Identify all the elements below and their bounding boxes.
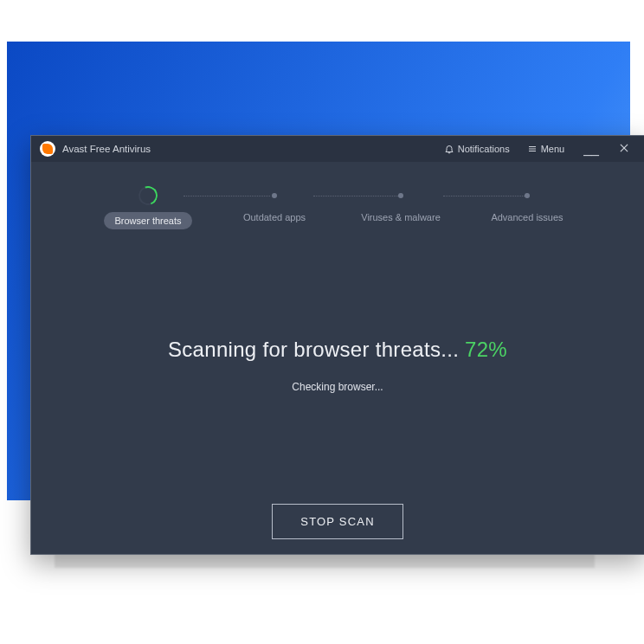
scan-substatus: Checking browser... (31, 381, 644, 393)
bell-icon (444, 144, 454, 154)
scan-headline: Scanning for browser threats... 72% (31, 338, 644, 362)
step-dot-icon (391, 186, 410, 205)
stop-scan-button[interactable]: STOP SCAN (272, 504, 402, 539)
app-title: Avast Free Antivirus (62, 144, 151, 154)
action-area: STOP SCAN (31, 504, 644, 539)
step-browser-threats: Browser threats (92, 186, 204, 229)
hamburger-icon (527, 144, 538, 154)
scan-status-area: Scanning for browser threats... 72% Chec… (31, 338, 644, 393)
step-label: Advanced issues (491, 212, 563, 222)
step-outdated-apps: Outdated apps (218, 186, 331, 222)
progress-stepper: Browser threats Outdated apps Viruses & … (31, 162, 644, 247)
step-label: Viruses & malware (361, 212, 441, 222)
step-dot-icon (265, 186, 284, 205)
notifications-button[interactable]: Notifications (439, 142, 515, 156)
minimize-button[interactable]: __ (576, 145, 606, 152)
menu-button[interactable]: Menu (522, 142, 570, 156)
title-bar: Avast Free Antivirus Notifications Menu … (31, 136, 644, 162)
step-dot-icon (518, 186, 537, 205)
step-label-active: Browser threats (104, 212, 191, 229)
app-window: Avast Free Antivirus Notifications Menu … (30, 135, 644, 555)
step-viruses-malware: Viruses & malware (345, 186, 457, 222)
step-label: Outdated apps (243, 212, 306, 222)
spinner-icon (138, 186, 158, 205)
close-button[interactable] (613, 142, 635, 157)
step-advanced-issues: Advanced issues (471, 186, 583, 222)
notifications-label: Notifications (458, 144, 510, 154)
avast-logo-icon (40, 141, 55, 157)
scan-text: Scanning for browser threats... (168, 338, 465, 361)
menu-label: Menu (541, 144, 565, 154)
scan-percent: 72% (465, 338, 507, 361)
